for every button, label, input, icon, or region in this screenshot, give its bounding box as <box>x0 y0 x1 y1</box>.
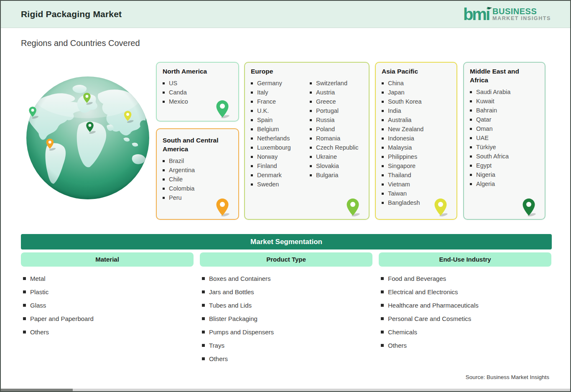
infographic-page: Rigid Packaging Market bmi BUSINESS MARK… <box>0 0 571 392</box>
bullet-square-icon <box>470 155 472 158</box>
list-item-label: Tubes and Lids <box>209 302 252 309</box>
bullet-square-icon <box>251 156 253 158</box>
bullet-square-icon <box>382 165 384 167</box>
bullet-square-icon <box>310 128 312 130</box>
logo-market-insights-label: MARKET INSIGHTS <box>492 16 551 21</box>
bullet-square-icon <box>381 317 384 320</box>
region-card-asia-pacific: Asia Pacific ChinaJapanSouth KoreaIndiaA… <box>375 62 457 220</box>
list-item-label: Peru <box>169 194 182 201</box>
list-item-label: Austria <box>316 89 335 96</box>
list-item-label: Bulgaria <box>316 172 338 178</box>
list-item-label: South Korea <box>388 98 422 105</box>
list-item-label: Netherlands <box>257 135 290 142</box>
bullet-square-icon <box>251 137 253 140</box>
list-item: Australia <box>382 115 451 125</box>
bullet-square-icon <box>470 165 472 167</box>
bullet-square-icon <box>381 344 384 347</box>
list-item-label: Saudi Arabia <box>476 89 510 95</box>
list-item: Algeria <box>470 179 539 188</box>
horizontal-scrollbar[interactable] <box>1 389 570 391</box>
bullet-square-icon <box>310 147 312 149</box>
list-item-label: Finland <box>257 163 277 169</box>
list-item: Spain <box>251 115 306 125</box>
bullet-square-icon <box>382 119 384 121</box>
list-item-label: US <box>169 80 177 87</box>
bmi-logo: bmi BUSINESS MARKET INSIGHTS <box>463 5 551 23</box>
list-item: Ukraine <box>310 152 365 161</box>
list-item-label: South Africa <box>476 153 509 160</box>
bullet-square-icon <box>382 202 384 204</box>
list-item-label: Denmark <box>257 172 282 178</box>
list-item: Electrical and Electronics <box>381 285 479 298</box>
bullet-square-icon <box>251 101 253 103</box>
list-item-label: Kuwait <box>476 98 495 104</box>
list-item: Austria <box>310 88 365 97</box>
list-item: Jars and Bottles <box>202 285 274 298</box>
bullet-square-icon <box>310 174 312 176</box>
list-item: Vietnam <box>382 180 451 189</box>
bullet-square-icon <box>382 82 384 84</box>
bullet-square-icon <box>251 82 253 84</box>
list-item: Sweden <box>251 180 306 189</box>
list-item-label: Colombia <box>169 185 194 192</box>
list-item: Others <box>202 352 274 365</box>
list-item-label: Others <box>209 355 228 362</box>
list-item: Nigeria <box>470 170 539 179</box>
list-item-label: Indonesia <box>388 135 414 142</box>
bullet-square-icon <box>251 174 253 176</box>
bullet-square-icon <box>23 304 26 307</box>
bullet-square-icon <box>163 92 165 94</box>
list-item-label: U.K. <box>257 107 269 114</box>
bullet-square-icon <box>251 147 253 149</box>
bullet-square-icon <box>382 147 384 149</box>
list-item: Plastic <box>23 285 94 298</box>
bullet-square-icon <box>202 277 205 280</box>
list-item: Philippines <box>382 152 451 161</box>
bullet-square-icon <box>470 137 472 139</box>
bullet-square-icon <box>251 165 253 167</box>
list-item: Blister Packaging <box>202 312 274 325</box>
list-item: Others <box>381 339 479 352</box>
bullet-square-icon <box>251 110 253 112</box>
region-card-middle-east-africa: Middle East and Africa Saudi ArabiaKuwai… <box>463 62 546 220</box>
list-item-label: Boxes and Containers <box>209 275 271 282</box>
list-item-label: Malaysia <box>388 144 412 151</box>
list-item: Thailand <box>382 171 451 180</box>
scrollbar-thumb[interactable] <box>1 389 73 391</box>
list-item-label: Others <box>30 328 49 336</box>
market-segmentation-header: Market Segmentation <box>21 234 552 249</box>
list-item: Qatar <box>470 115 539 124</box>
list-item: Oman <box>470 124 539 133</box>
list-item-label: Bangladesh <box>388 199 420 206</box>
bullet-square-icon <box>382 156 384 158</box>
list-item-label: Trays <box>209 342 224 349</box>
bmi-logo-text: BUSINESS MARKET INSIGHTS <box>492 7 551 21</box>
list-item-label: Others <box>388 342 407 349</box>
list-item-label: UAE <box>476 135 489 141</box>
bullet-square-icon <box>202 290 205 293</box>
list-item: Norway <box>251 152 306 161</box>
list-item-label: Argentina <box>169 167 195 173</box>
bullet-square-icon <box>470 146 472 148</box>
list-item-label: Nigeria <box>476 171 495 178</box>
bullet-square-icon <box>382 110 384 112</box>
list-item-label: Thailand <box>388 172 411 178</box>
list-item: Singapore <box>382 161 451 171</box>
list-item: Indonesia <box>382 134 451 143</box>
bullet-square-icon <box>202 317 205 320</box>
list-item: Netherlands <box>251 134 306 143</box>
bullet-square-icon <box>310 137 312 140</box>
list-item: Luxembourg <box>251 143 306 152</box>
list-item: Czech Republic <box>310 143 365 152</box>
bullet-square-icon <box>251 92 253 94</box>
list-item: Trays <box>202 339 274 352</box>
globe-illustration <box>24 75 151 202</box>
list-item: Russia <box>310 115 365 125</box>
bullet-square-icon <box>310 119 312 121</box>
list-item: US <box>163 79 232 88</box>
end-use-industry-list: Food and BeveragesElectrical and Electro… <box>381 272 479 352</box>
bullet-square-icon <box>381 304 384 307</box>
bullet-square-icon <box>251 119 253 121</box>
region-card-north-america: North America USCandaMexico <box>156 62 239 122</box>
list-item-label: Vietnam <box>388 181 410 188</box>
